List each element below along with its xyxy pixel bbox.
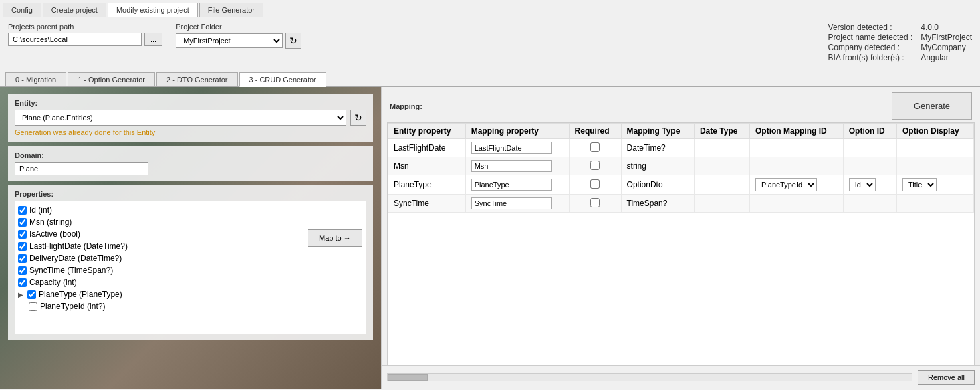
- prop-checkbox-msn[interactable]: [18, 218, 27, 227]
- mapping-property-input-1[interactable]: [471, 160, 552, 172]
- table-row: SyncTime TimeSpan?: [388, 195, 974, 213]
- prop-label-planetypeid: PlaneTypeId (int?): [40, 302, 105, 311]
- domain-input[interactable]: [15, 162, 148, 175]
- sub-tab-migration[interactable]: 0 - Migration: [5, 72, 66, 86]
- list-item[interactable]: PlaneTypeId (int?): [18, 300, 363, 312]
- header-row: Projects parent path ... Project Folder …: [0, 17, 980, 68]
- required-checkbox-2[interactable]: [590, 179, 600, 189]
- option-mapping-id-select-2[interactable]: PlaneTypeId: [755, 178, 817, 191]
- sub-tab-dto-generator[interactable]: 2 - DTO Generator: [156, 72, 238, 86]
- company-value: MyCompany: [921, 43, 972, 52]
- cell-required: [569, 195, 621, 213]
- list-item[interactable]: Msn (string): [18, 216, 363, 228]
- required-checkbox-1[interactable]: [590, 161, 600, 170]
- cell-required: [569, 175, 621, 195]
- cell-option-id: Id: [843, 175, 896, 195]
- prop-label-lastflightdate: LastFlightDate (DateTime?): [29, 241, 128, 251]
- cell-date-type: [694, 157, 749, 175]
- project-name-label: Project name detected :: [828, 33, 913, 42]
- scrollbar-thumb[interactable]: [388, 374, 428, 381]
- option-display-select-2[interactable]: Title: [902, 178, 937, 191]
- required-checkbox-3[interactable]: [590, 198, 600, 207]
- col-header-date-type: Date Type: [694, 124, 749, 139]
- cell-mapping-type: string: [621, 157, 694, 175]
- mapping-property-input-2[interactable]: [471, 179, 552, 191]
- horizontal-scrollbar[interactable]: [387, 373, 912, 381]
- list-item[interactable]: ▶ PlaneType (PlaneType): [18, 288, 363, 300]
- cell-date-type: [694, 195, 749, 213]
- entity-section-label: Entity:: [15, 99, 366, 107]
- tab-file-generator[interactable]: File Generator: [199, 3, 263, 17]
- cell-mapping-type: TimeSpan?: [621, 195, 694, 213]
- prop-checkbox-id[interactable]: [18, 206, 27, 215]
- sub-tab-crud-generator[interactable]: 3 - CRUD Generator: [239, 72, 326, 87]
- mapping-table-wrapper: Entity property Mapping property Require…: [387, 122, 975, 365]
- cell-option-display: Title: [897, 175, 974, 195]
- prop-checkbox-planetypeid[interactable]: [29, 302, 37, 311]
- prop-label-synctime: SyncTime (TimeSpan?): [29, 266, 113, 275]
- cell-mapping-property: [465, 157, 569, 175]
- table-row: PlaneType OptionDto PlaneTy: [388, 175, 974, 195]
- map-to-button[interactable]: Map to →: [308, 229, 362, 247]
- tab-config[interactable]: Config: [3, 3, 41, 17]
- project-folder-row: MyFirstProject ↻: [176, 33, 301, 49]
- project-folder-select[interactable]: MyFirstProject: [176, 33, 283, 48]
- prop-checkbox-synctime[interactable]: [18, 266, 27, 275]
- cell-date-type: [694, 175, 749, 195]
- version-detected-value: 4.0.0: [921, 23, 972, 32]
- mapping-table: Entity property Mapping property Require…: [388, 123, 974, 213]
- expand-icon-planetype[interactable]: ▶: [18, 291, 25, 298]
- option-id-select-2[interactable]: Id: [849, 178, 876, 191]
- list-item[interactable]: Capacity (int): [18, 276, 363, 288]
- prop-checkbox-lastflightdate[interactable]: [18, 242, 27, 251]
- cell-required: [569, 157, 621, 175]
- tab-create-project[interactable]: Create project: [43, 3, 106, 17]
- projects-parent-path-input[interactable]: [8, 33, 142, 46]
- col-header-mapping-type: Mapping Type: [621, 124, 694, 139]
- domain-section: Domain:: [8, 146, 373, 181]
- cell-mapping-property: [465, 139, 569, 157]
- table-row: LastFlightDate DateTime?: [388, 139, 974, 157]
- remove-all-button[interactable]: Remove all: [918, 370, 975, 385]
- properties-section-label: Properties:: [15, 190, 366, 198]
- project-folder-refresh-button[interactable]: ↻: [285, 33, 301, 49]
- entity-section: Entity: Plane (Plane.Entities) ↻ Generat…: [8, 94, 373, 142]
- cell-mapping-type: DateTime?: [621, 139, 694, 157]
- prop-checkbox-capacity[interactable]: [18, 278, 27, 287]
- cell-option-display: [897, 157, 974, 175]
- cell-mapping-property: [465, 195, 569, 213]
- prop-label-deliverydate: DeliveryDate (DateTime?): [29, 254, 122, 263]
- entity-select[interactable]: Plane (Plane.Entities): [15, 110, 346, 126]
- sub-tab-option-generator[interactable]: 1 - Option Generator: [68, 72, 155, 86]
- browse-button[interactable]: ...: [144, 33, 162, 46]
- cell-entity-property: Msn: [388, 157, 466, 175]
- list-item[interactable]: SyncTime (TimeSpan?): [18, 264, 363, 276]
- list-item[interactable]: Id (int): [18, 204, 363, 216]
- table-header-row: Entity property Mapping property Require…: [388, 124, 974, 139]
- left-panel-content: Entity: Plane (Plane.Entities) ↻ Generat…: [8, 94, 373, 340]
- list-item[interactable]: DeliveryDate (DateTime?): [18, 252, 363, 264]
- mapping-property-input-0[interactable]: [471, 142, 552, 154]
- front-folder-value: Angular: [921, 53, 972, 62]
- right-panel: Mapping: Generate Entity property Mappin…: [381, 87, 980, 389]
- prop-checkbox-isactive[interactable]: [18, 230, 27, 239]
- left-panel: Entity: Plane (Plane.Entities) ↻ Generat…: [0, 87, 381, 389]
- required-checkbox-0[interactable]: [590, 142, 600, 152]
- prop-checkbox-planetype[interactable]: [27, 290, 36, 299]
- top-tab-bar: Config Create project Modify existing pr…: [0, 0, 980, 17]
- projects-parent-path-section: Projects parent path ...: [8, 23, 162, 46]
- entity-refresh-button[interactable]: ↻: [350, 110, 366, 126]
- cell-required: [569, 139, 621, 157]
- generate-button[interactable]: Generate: [892, 92, 972, 120]
- mapping-property-input-3[interactable]: [471, 197, 552, 209]
- prop-label-isactive: IsActive (bool): [29, 229, 80, 239]
- cell-option-mapping-id: [749, 139, 843, 157]
- col-header-option-display: Option Display: [897, 124, 974, 139]
- prop-checkbox-deliverydate[interactable]: [18, 254, 27, 263]
- table-row: Msn string: [388, 157, 974, 175]
- front-folder-label: BIA front(s) folder(s) :: [828, 53, 913, 62]
- projects-parent-path-row: ...: [8, 33, 162, 46]
- col-header-entity-property: Entity property: [388, 124, 466, 139]
- tab-modify-existing[interactable]: Modify existing project: [108, 3, 198, 17]
- properties-section: Properties: Id (int) Msn (string) Is: [8, 185, 373, 340]
